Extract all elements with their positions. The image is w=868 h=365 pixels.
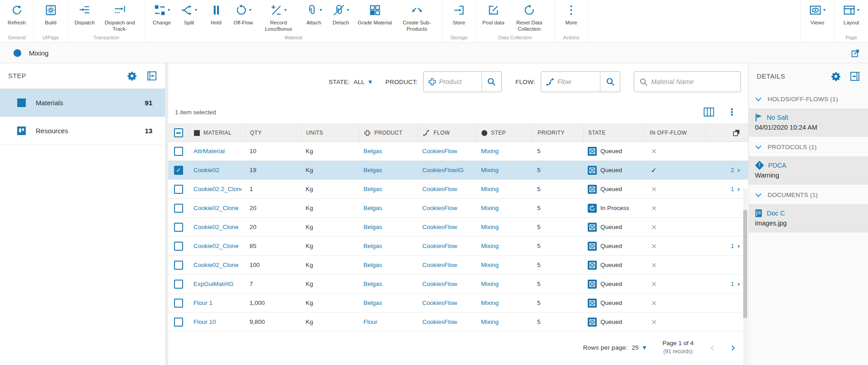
details-collapse-button[interactable] <box>850 71 860 81</box>
more-button[interactable]: More <box>558 0 585 33</box>
sub-items-link[interactable]: 1 <box>731 186 734 192</box>
next-page-button[interactable]: › <box>731 341 736 354</box>
table-row[interactable]: Cookie02_Clone 100 Kg Belgas CookiesFlow… <box>168 256 748 275</box>
table-row[interactable]: Cookie02_Clone 20 Kg Belgas CookiesFlow … <box>168 218 748 237</box>
refresh-button[interactable]: Refresh <box>3 0 30 33</box>
column-header-priority[interactable]: PRIORITY <box>533 124 583 141</box>
material-link[interactable]: Cookie02.2_Clone <box>193 186 241 192</box>
step-link[interactable]: Mixing <box>481 281 499 287</box>
flow-link[interactable]: CookiesFlow <box>422 281 457 287</box>
hold-link[interactable]: No Salt <box>767 114 788 121</box>
change-button[interactable]: ▾ Change <box>148 0 175 33</box>
off-flow-button[interactable]: ▾ Off-Flow <box>230 0 257 33</box>
attach-button[interactable]: ▾ Attach <box>300 0 327 33</box>
dispatch-and-track-button[interactable]: Dispatch and Track- <box>98 0 142 33</box>
section-documents[interactable]: DOCUMENTS (1) <box>749 185 868 204</box>
table-row[interactable]: Flour 10 9,800 Kg Flour CookiesFlow Mixi… <box>168 313 748 332</box>
step-link[interactable]: Mixing <box>481 262 499 268</box>
grade-material-button[interactable]: Grade Material <box>354 0 395 33</box>
record-loss-bonus-button[interactable]: ▾ Record Loss/Bonus <box>257 0 300 33</box>
table-row[interactable]: Cookie02.2_Clone 1 Kg Belgas CookiesFlow… <box>168 180 748 199</box>
product-link[interactable]: Belgas <box>363 148 382 154</box>
sidebar-item-materials[interactable]: Materials 91 <box>0 89 165 117</box>
layout-button[interactable]: ▾ Layout <box>838 0 865 33</box>
product-link[interactable]: Belgas <box>363 224 382 230</box>
material-link[interactable]: AttrMaterial <box>193 148 225 154</box>
product-link[interactable]: Belgas <box>363 262 382 268</box>
flow-link[interactable]: CookiesFlow <box>422 262 457 268</box>
table-row[interactable]: Flour 1 1,000 Kg Belgas CookiesFlow Mixi… <box>168 294 748 313</box>
material-link[interactable]: Flour 10 <box>193 318 216 325</box>
table-row-selected[interactable]: ✓ Cookie02 19 Kg Belgas CookiesFlowIG Mi… <box>168 161 748 180</box>
material-link[interactable]: Cookie02_Clone <box>193 262 239 268</box>
document-link[interactable]: Doc C <box>767 210 785 217</box>
sidebar-item-resources[interactable]: Resources 13 <box>0 117 165 145</box>
step-link[interactable]: Mixing <box>481 299 499 306</box>
material-link[interactable]: Cookie02_Clone <box>193 205 239 211</box>
column-header-step[interactable]: STEP <box>476 124 533 141</box>
column-header-qty[interactable]: QTY <box>245 124 301 141</box>
product-link[interactable]: Flour <box>363 318 377 325</box>
material-link[interactable]: Cookie02_Clone <box>193 243 239 249</box>
step-link[interactable]: Mixing <box>481 167 499 173</box>
product-link[interactable]: Belgas <box>363 205 382 211</box>
column-options-button[interactable] <box>703 107 714 117</box>
sidebar-collapse-button[interactable] <box>147 71 157 81</box>
sidebar-settings-button[interactable] <box>127 71 137 81</box>
dispatch-button[interactable]: Dispatch <box>71 0 98 33</box>
section-protocols[interactable]: PROTOCOLS (1) <box>749 137 868 156</box>
row-checkbox[interactable] <box>174 261 183 270</box>
sub-items-link[interactable]: 2 <box>731 167 734 173</box>
step-link[interactable]: Mixing <box>481 186 499 192</box>
flow-link[interactable]: CookiesFlow <box>422 205 457 211</box>
column-header-product[interactable]: PRODUCT <box>359 124 418 141</box>
popout-button[interactable] <box>851 49 860 58</box>
column-header-subitems[interactable] <box>705 124 748 141</box>
row-checkbox[interactable] <box>174 280 183 289</box>
previous-page-button[interactable]: ‹ <box>710 341 714 354</box>
views-button[interactable]: ▾ Views <box>804 0 831 33</box>
store-button[interactable]: Store <box>445 0 472 33</box>
column-header-material[interactable]: MATERIAL <box>189 124 245 141</box>
product-link[interactable]: Belgas <box>363 243 382 249</box>
step-link[interactable]: Mixing <box>481 148 499 154</box>
column-header-flow[interactable]: FLOW <box>418 124 476 141</box>
row-checkbox[interactable] <box>174 242 183 251</box>
scrollbar-thumb[interactable] <box>743 210 747 318</box>
step-link[interactable]: Mixing <box>481 224 499 230</box>
column-header-in-off-flow[interactable]: IN OFF-FLOW <box>645 124 705 141</box>
flow-search-button[interactable] <box>600 72 620 92</box>
column-header-units[interactable]: UNITS <box>301 124 359 141</box>
select-all-checkbox[interactable] <box>168 124 189 141</box>
step-link[interactable]: Mixing <box>481 243 499 249</box>
section-holds-off-flows[interactable]: HOLDS/OFF-FLOWS (1) <box>749 89 868 108</box>
protocol-link[interactable]: PDCA <box>768 162 786 169</box>
row-checkbox[interactable] <box>174 223 183 232</box>
hold-button[interactable]: Hold <box>203 0 230 33</box>
more-options-button[interactable]: ⋮ <box>727 108 736 117</box>
create-sub-products-button[interactable]: Create Sub-Products <box>395 0 439 33</box>
row-checkbox[interactable] <box>174 318 183 327</box>
product-link[interactable]: Belgas <box>363 186 382 192</box>
flow-link[interactable]: CookiesFlow <box>422 299 457 306</box>
table-row[interactable]: AttrMaterial 10 Kg Belgas CookiesFlow Mi… <box>168 142 748 161</box>
details-settings-button[interactable] <box>831 71 841 81</box>
split-button[interactable]: ▾ Split <box>175 0 203 33</box>
product-link[interactable]: Belgas <box>363 281 382 287</box>
row-checkbox[interactable] <box>174 299 183 308</box>
row-checkbox[interactable] <box>174 204 183 213</box>
step-link[interactable]: Mixing <box>481 205 499 211</box>
flow-link[interactable]: CookiesFlow <box>422 318 457 325</box>
rows-per-page-dropdown[interactable]: Rows per page: 25 ▼ <box>583 344 646 351</box>
detach-button[interactable]: ▾ Detach <box>327 0 354 33</box>
flow-link[interactable]: CookiesFlowIG <box>422 167 464 173</box>
material-link[interactable]: Cookie02 <box>193 167 219 173</box>
product-filter-input[interactable] <box>439 78 481 85</box>
flow-filter-input[interactable] <box>557 78 600 85</box>
material-link[interactable]: Flour 1 <box>193 299 212 306</box>
table-row[interactable]: ExpGuiMat#IG 7 Kg Belgas CookiesFlow Mix… <box>168 275 748 294</box>
table-row[interactable]: Cookie02_Clone 85 Kg Belgas CookiesFlow … <box>168 237 748 256</box>
column-header-state[interactable]: STATE <box>583 124 645 141</box>
step-link[interactable]: Mixing <box>481 318 499 325</box>
build-button[interactable]: Build <box>37 0 64 33</box>
